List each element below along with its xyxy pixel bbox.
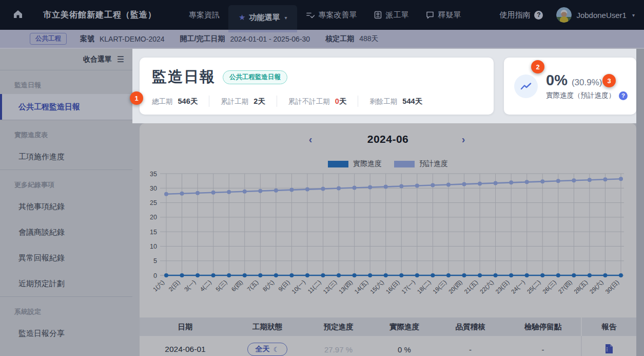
help-icon[interactable]: ?: [619, 91, 628, 100]
trend-icon: [514, 74, 538, 98]
tour-step-badge-1: 1: [130, 91, 143, 105]
planned-progress-value: (30.9%): [572, 78, 602, 88]
stat-non-counted-duration: 累計不計工期 0天: [288, 97, 347, 106]
stat-accumulated-duration: 累計工期 2天: [221, 97, 265, 106]
report-type-badge: 公共工程監造日報: [223, 70, 287, 84]
actual-progress-value: 0%: [546, 72, 568, 89]
tour-step-badge-3: 3: [602, 74, 616, 87]
duration-stats: 總工期 546天 累計工期 2天 累計不計工期 0天 剩餘: [152, 96, 481, 107]
stat-total-duration: 總工期 546天: [152, 97, 198, 106]
tour-step-badge-2: 2: [531, 60, 544, 73]
daily-report-card: 監造日報 公共工程監造日報 總工期 546天 累計工期 2天 累計不計: [140, 58, 494, 115]
summary-cards-row: 監造日報 公共工程監造日報 總工期 546天 累計工期 2天 累計不計: [132, 49, 636, 123]
page-title: 監造日報: [152, 67, 216, 87]
progress-caption: 實際進度（預計進度）: [546, 91, 615, 100]
progress-summary-card: 0% (30.9%) 實際進度（預計進度） ?: [504, 58, 636, 115]
stat-remaining-duration: 剩餘工期 544天: [369, 97, 422, 106]
